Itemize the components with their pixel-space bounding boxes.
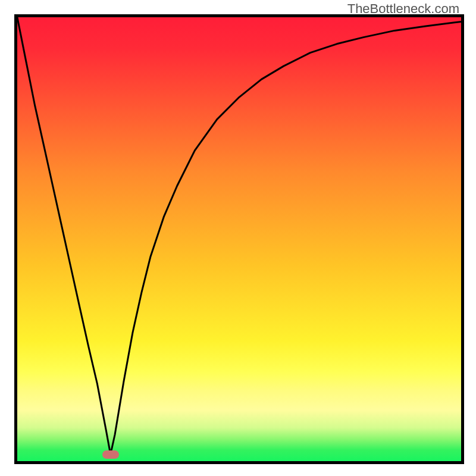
watermark-text: TheBottleneck.com [347, 1, 459, 17]
gradient-fill [17, 17, 461, 461]
optimal-marker [102, 450, 119, 459]
chart-frame [14, 14, 464, 464]
bottleneck-chart [17, 17, 461, 461]
